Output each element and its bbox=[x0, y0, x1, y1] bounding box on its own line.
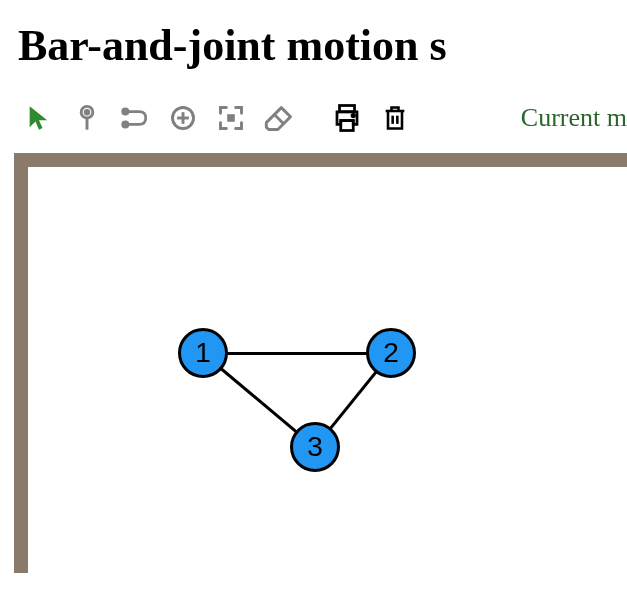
page-title: Bar-and-joint motion s bbox=[18, 20, 627, 71]
erase-tool-button[interactable] bbox=[262, 101, 296, 135]
path-icon bbox=[120, 104, 150, 132]
svg-rect-8 bbox=[229, 116, 234, 121]
graph-node[interactable]: 2 bbox=[366, 328, 416, 378]
graph-node[interactable]: 1 bbox=[178, 328, 228, 378]
cursor-icon bbox=[25, 104, 53, 132]
print-button[interactable] bbox=[330, 101, 364, 135]
pin-icon bbox=[73, 104, 101, 132]
svg-point-12 bbox=[352, 114, 355, 117]
svg-point-4 bbox=[123, 122, 128, 127]
fit-tool-button[interactable] bbox=[214, 101, 248, 135]
delete-button[interactable] bbox=[378, 101, 412, 135]
svg-rect-11 bbox=[341, 121, 354, 131]
select-tool-button[interactable] bbox=[22, 101, 56, 135]
fit-icon bbox=[217, 104, 245, 132]
svg-point-1 bbox=[85, 110, 89, 114]
add-tool-button[interactable] bbox=[166, 101, 200, 135]
canvas[interactable]: 123 bbox=[14, 153, 627, 573]
toolbar: Current m bbox=[22, 101, 627, 135]
status-label: Current m bbox=[521, 103, 627, 133]
path-tool-button[interactable] bbox=[118, 101, 152, 135]
graph-node[interactable]: 3 bbox=[290, 422, 340, 472]
eraser-icon bbox=[264, 104, 294, 132]
pin-tool-button[interactable] bbox=[70, 101, 104, 135]
trash-icon bbox=[381, 103, 409, 133]
print-icon bbox=[332, 103, 362, 133]
add-icon bbox=[169, 104, 197, 132]
graph-edge[interactable] bbox=[203, 352, 391, 355]
svg-line-9 bbox=[274, 115, 283, 124]
